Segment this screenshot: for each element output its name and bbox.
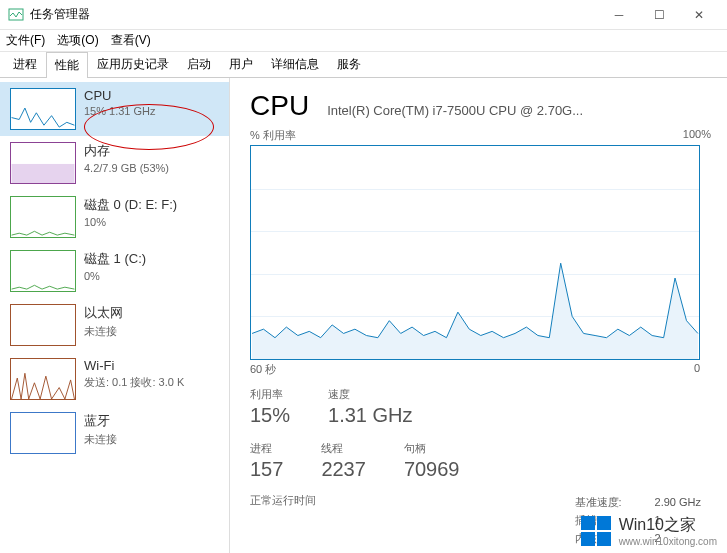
stat-value: 157 [250, 458, 283, 481]
sidebar-item-disk-2[interactable]: 磁盘 0 (D: E: F:)10% [0, 190, 229, 244]
stat-value: 1.31 GHz [328, 404, 412, 427]
stat-label: 线程 [321, 441, 366, 456]
spec-key: 基准速度: [575, 493, 635, 511]
menubar: 文件(F) 选项(O) 查看(V) [0, 30, 727, 52]
svg-rect-4 [581, 532, 595, 546]
sidebar-item-sub: 10% [84, 216, 177, 228]
chart-xleft: 60 秒 [250, 362, 276, 377]
menu-view[interactable]: 查看(V) [111, 32, 151, 49]
spec-row-0: 基准速度:2.90 GHz [575, 493, 701, 511]
sidebar-item-label: 磁盘 0 (D: E: F:) [84, 196, 177, 214]
tab-2[interactable]: 应用历史记录 [88, 51, 178, 77]
tab-6[interactable]: 服务 [328, 51, 370, 77]
window-title: 任务管理器 [30, 6, 599, 23]
svg-rect-5 [597, 532, 611, 546]
thumb-wifi [10, 358, 76, 400]
stat-stats2-0: 进程157 [250, 441, 283, 481]
maximize-button[interactable]: ☐ [639, 0, 679, 30]
stat-label: 进程 [250, 441, 283, 456]
sidebar-item-sub: 0% [84, 270, 146, 282]
sidebar: CPU15% 1.31 GHz内存4.2/7.9 GB (53%)磁盘 0 (D… [0, 78, 230, 553]
sidebar-item-label: 以太网 [84, 304, 123, 322]
close-button[interactable]: ✕ [679, 0, 719, 30]
sidebar-item-sub: 未连接 [84, 432, 117, 447]
stat-value: 70969 [404, 458, 460, 481]
menu-file[interactable]: 文件(F) [6, 32, 45, 49]
sidebar-item-label: 蓝牙 [84, 412, 117, 430]
sidebar-item-label: CPU [84, 88, 156, 103]
titlebar: 任务管理器 ─ ☐ ✕ [0, 0, 727, 30]
stat-value: 15% [250, 404, 290, 427]
sidebar-item-sub: 未连接 [84, 324, 123, 339]
thumb-eth [10, 304, 76, 346]
page-title: CPU [250, 90, 309, 122]
thumb-disk [10, 250, 76, 292]
sidebar-item-sub: 发送: 0.1 接收: 3.0 K [84, 375, 184, 390]
chart-ylabel: % 利用率 [250, 128, 296, 143]
sidebar-item-eth-4[interactable]: 以太网未连接 [0, 298, 229, 352]
sidebar-item-label: 内存 [84, 142, 169, 160]
stat-label: 句柄 [404, 441, 460, 456]
cpu-chart [250, 145, 700, 360]
tab-0[interactable]: 进程 [4, 51, 46, 77]
svg-rect-2 [581, 516, 595, 530]
stat-stats2-1: 线程2237 [321, 441, 366, 481]
main-panel: CPU Intel(R) Core(TM) i7-7500U CPU @ 2.7… [230, 78, 727, 553]
watermark-url: www.win10xitong.com [619, 536, 717, 547]
svg-rect-3 [597, 516, 611, 530]
stat-stats1-0: 利用率15% [250, 387, 290, 427]
sidebar-item-sub: 4.2/7.9 GB (53%) [84, 162, 169, 174]
chart-xright: 0 [694, 362, 700, 377]
windows-logo-icon [581, 516, 611, 546]
sidebar-item-sub: 15% 1.31 GHz [84, 105, 156, 117]
watermark: Win10之家 www.win10xitong.com [581, 515, 717, 547]
stat-label: 利用率 [250, 387, 290, 402]
watermark-brand: Win10之家 [619, 515, 717, 536]
thumb-cpu [10, 88, 76, 130]
tab-3[interactable]: 启动 [178, 51, 220, 77]
minimize-button[interactable]: ─ [599, 0, 639, 30]
sidebar-item-label: 磁盘 1 (C:) [84, 250, 146, 268]
sidebar-item-mem-1[interactable]: 内存4.2/7.9 GB (53%) [0, 136, 229, 190]
sidebar-item-bt-6[interactable]: 蓝牙未连接 [0, 406, 229, 460]
tab-4[interactable]: 用户 [220, 51, 262, 77]
sidebar-item-disk-3[interactable]: 磁盘 1 (C:)0% [0, 244, 229, 298]
stat-stats1-1: 速度1.31 GHz [328, 387, 412, 427]
spec-val: 2.90 GHz [655, 493, 701, 511]
thumb-bt [10, 412, 76, 454]
menu-options[interactable]: 选项(O) [57, 32, 98, 49]
stat-value: 2237 [321, 458, 366, 481]
stat-stats2-2: 句柄70969 [404, 441, 460, 481]
tab-bar: 进程性能应用历史记录启动用户详细信息服务 [0, 52, 727, 78]
chart-ymax: 100% [683, 128, 711, 143]
sidebar-item-cpu-0[interactable]: CPU15% 1.31 GHz [0, 82, 229, 136]
sidebar-item-wifi-5[interactable]: Wi-Fi发送: 0.1 接收: 3.0 K [0, 352, 229, 406]
svg-rect-1 [12, 164, 75, 183]
cpu-model: Intel(R) Core(TM) i7-7500U CPU @ 2.70G..… [327, 103, 711, 118]
sidebar-item-label: Wi-Fi [84, 358, 184, 373]
thumb-disk [10, 196, 76, 238]
tab-5[interactable]: 详细信息 [262, 51, 328, 77]
thumb-mem [10, 142, 76, 184]
stat-label: 速度 [328, 387, 412, 402]
app-icon [8, 7, 24, 23]
tab-1[interactable]: 性能 [46, 52, 88, 78]
